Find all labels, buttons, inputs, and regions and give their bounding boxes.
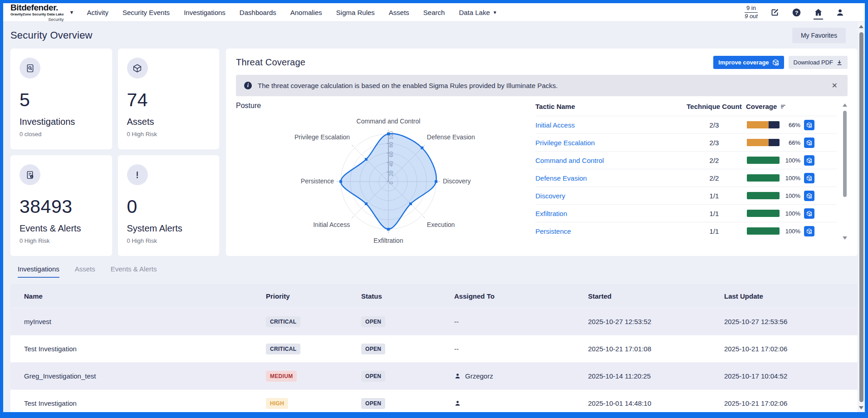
tactic-link[interactable]: Defense Evasion [535, 174, 682, 182]
svg-text:Discovery: Discovery [443, 177, 471, 185]
technique-count: 2/3 [682, 139, 746, 147]
nav-item-investigations[interactable]: Investigations [184, 9, 226, 16]
scrollbar-thumb[interactable] [859, 32, 863, 402]
technique-count: 2/3 [682, 121, 746, 129]
compose-icon[interactable] [770, 8, 780, 17]
status-badge: OPEN [361, 371, 385, 382]
threat-coverage-title: Threat Coverage [236, 57, 305, 68]
scroll-up-arrow-icon[interactable] [859, 25, 863, 28]
col-header-technique-count[interactable]: Technique Count [682, 103, 746, 110]
nav-item-anomalies[interactable]: Anomalies [290, 9, 322, 16]
card-system-alerts[interactable]: 0 System Alerts 0 High Risk [118, 155, 220, 256]
tactic-link[interactable]: Exfiltration [535, 210, 682, 217]
scroll-down-arrow-icon[interactable] [843, 236, 847, 240]
card-investigations[interactable]: 5 Investigations 0 closed [10, 49, 112, 149]
coverage-bar [747, 121, 780, 128]
col-header-tactic-name[interactable]: Tactic Name [535, 103, 682, 110]
product-switcher-caret-icon[interactable]: ▼ [69, 10, 74, 15]
chevron-down-icon: ▼ [493, 10, 497, 15]
bottom-tabs: Investigations Assets Events & Alerts [18, 265, 858, 278]
coverage-bar [747, 174, 780, 182]
bitdefender-logo[interactable]: Bitdefender. GravityZone Security Data L… [10, 3, 64, 21]
col-header-updated[interactable]: Last Update [724, 292, 851, 300]
card-value: 5 [20, 89, 103, 111]
sort-icon[interactable] [780, 103, 786, 110]
svg-text:Persistence: Persistence [301, 177, 334, 185]
scrollbar-thumb[interactable] [843, 111, 847, 197]
nav-item-search[interactable]: Search [423, 9, 445, 16]
download-pdf-label: Download PDF [794, 59, 833, 66]
user-icon[interactable] [835, 8, 845, 17]
tab-assets[interactable]: Assets [75, 265, 95, 278]
investigation-row[interactable]: Test Investigation CRITICAL OPEN -- 2025… [10, 335, 858, 362]
card-events-alerts[interactable]: 38493 Events & Alerts 0 High Risk [10, 155, 112, 256]
tactic-link[interactable]: Initial Access [535, 121, 682, 129]
nav-dropdown-data-lake[interactable]: Data Lake ▼ [459, 9, 497, 16]
home-icon[interactable] [814, 8, 823, 17]
card-assets[interactable]: 74 Assets 0 High Risk [118, 49, 220, 149]
improve-coverage-row-button[interactable] [804, 155, 814, 166]
improve-coverage-row-button[interactable] [804, 173, 814, 183]
logo-name: Bitdefender. [10, 3, 64, 12]
tactic-link[interactable]: Discovery [535, 192, 682, 200]
svg-text:Privilege Escalation: Privilege Escalation [294, 133, 350, 141]
card-label: Assets [127, 117, 211, 127]
last-update-timestamp: 2025-10-21 17:02:06 [724, 399, 851, 407]
tactic-link[interactable]: Privilege Escalation [535, 139, 682, 147]
priority-badge: CRITICAL [266, 316, 300, 327]
scroll-up-arrow-icon[interactable] [843, 103, 847, 107]
scroll-down-arrow-icon[interactable] [859, 406, 863, 409]
nav-item-activity[interactable]: Activity [87, 9, 108, 16]
download-pdf-button[interactable]: Download PDF [789, 56, 848, 69]
improve-coverage-row-button[interactable] [804, 226, 814, 236]
posture-radar-chart: 020406080100Command and ControlDefense E… [236, 110, 535, 251]
col-header-name[interactable]: Name [24, 292, 266, 300]
nav-item-assets[interactable]: Assets [389, 9, 409, 16]
improve-coverage-row-button[interactable] [804, 120, 814, 130]
nav-item-security-events[interactable]: Security Events [123, 9, 170, 16]
logo-edition: Security [10, 17, 64, 22]
tactic-row: Privilege Escalation 2/3 66% [535, 133, 837, 151]
investigation-row[interactable]: Test Investigation HIGH OPEN 2025-10-01 … [10, 389, 858, 412]
col-header-coverage[interactable]: Coverage [746, 103, 777, 110]
session-in-out-indicator[interactable]: 9 in 9 out [745, 5, 758, 20]
my-favorites-button[interactable]: My Favorites [792, 28, 846, 43]
tactic-link[interactable]: Command and Control [535, 157, 682, 164]
col-header-started[interactable]: Started [588, 292, 724, 300]
coverage-pack-icon [806, 193, 812, 199]
investigation-document-icon [20, 58, 40, 79]
help-icon[interactable]: ? [792, 8, 801, 17]
nav-item-sigma-rules[interactable]: Sigma Rules [336, 9, 375, 16]
investigation-row[interactable]: myInvest CRITICAL OPEN -- 2025-10-27 12:… [10, 308, 858, 335]
coverage-pack-icon [806, 157, 812, 163]
investigation-row[interactable]: Greg_Investigation_test MEDIUM OPEN Grze… [10, 362, 858, 389]
investigation-name: Test Investigation [24, 345, 266, 353]
technique-count: 2/2 [682, 157, 746, 164]
coverage-pack-icon [806, 122, 812, 128]
col-header-assigned[interactable]: Assigned To [454, 292, 588, 300]
col-header-status[interactable]: Status [361, 292, 454, 300]
close-icon[interactable]: ✕ [830, 81, 839, 90]
info-banner-text: The threat coverage calculation is based… [258, 82, 558, 89]
tab-investigations[interactable]: Investigations [18, 265, 59, 278]
tactic-link[interactable]: Persistence [535, 227, 682, 235]
coverage-pack-icon [806, 140, 812, 146]
page-scrollbar[interactable] [858, 22, 865, 412]
improve-coverage-button[interactable]: Improve coverage [713, 56, 784, 69]
nav-item-dashboards[interactable]: Dashboards [240, 9, 276, 16]
status-badge: OPEN [361, 398, 385, 409]
improve-coverage-row-button[interactable] [804, 208, 814, 219]
tactic-table-scrollbar[interactable] [842, 103, 848, 240]
priority-badge: CRITICAL [266, 344, 300, 354]
card-subtext: 0 High Risk [20, 237, 103, 244]
improve-coverage-row-button[interactable] [804, 191, 814, 201]
posture-label: Posture [236, 102, 535, 110]
col-header-priority[interactable]: Priority [266, 292, 361, 300]
technique-count: 2/2 [682, 174, 746, 182]
status-badge: OPEN [361, 316, 385, 327]
investigations-table: Name Priority Status Assigned To Started… [10, 284, 858, 412]
improve-coverage-row-button[interactable] [804, 138, 814, 148]
svg-text:Command and Control: Command and Control [357, 118, 421, 125]
tab-events-alerts[interactable]: Events & Alerts [111, 265, 157, 278]
status-badge: OPEN [361, 344, 385, 354]
